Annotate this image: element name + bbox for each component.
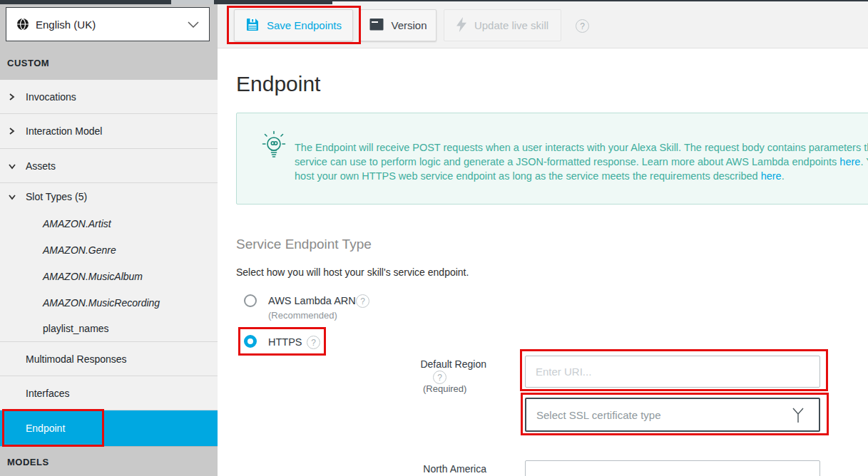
lambda-endpoints-here-link[interactable]: here: [839, 156, 860, 167]
help-icon[interactable]: ?: [576, 19, 589, 33]
lightning-icon: [456, 17, 467, 34]
page-title: Endpoint: [236, 72, 320, 96]
ssl-certificate-select[interactable]: Select SSL certificate type: [525, 398, 820, 432]
aws-lambda-arn-label[interactable]: AWS Lambda ARN: [268, 295, 356, 306]
https-label[interactable]: HTTPS: [268, 336, 302, 348]
sidebar-slot-type-item[interactable]: AMAZON.MusicAlbum: [0, 263, 218, 289]
chevron-down-icon: [9, 193, 16, 200]
version-label: Version: [391, 19, 427, 31]
lightbulb-icon: [261, 130, 287, 166]
sidebar-slot-type-item[interactable]: AMAZON.Genre: [0, 237, 218, 263]
update-live-skill-button[interactable]: Update live skill: [444, 9, 561, 41]
section-description: Select how you will host your skill's se…: [236, 267, 469, 278]
chevron-down-icon: [188, 18, 199, 31]
sidebar-slot-type-item[interactable]: AMAZON.Artist: [0, 210, 218, 237]
alexa-developer-console: English (UK) CUSTOM Invocations Interact…: [0, 0, 868, 476]
save-icon: [245, 17, 260, 33]
sidebar-item-invocations[interactable]: Invocations: [0, 80, 218, 114]
language-selector-value: English (UK): [36, 19, 188, 31]
browser-tab-sliver: [171, 0, 214, 4]
help-icon[interactable]: ?: [356, 294, 369, 308]
default-region-label: Default Region: [385, 358, 486, 370]
chevron-right-icon: [9, 93, 16, 100]
aws-lambda-arn-radio[interactable]: [244, 294, 257, 307]
info-line-2: service can use to perform logic and gen…: [295, 155, 868, 169]
ssl-select-placeholder: Select SSL certificate type: [536, 409, 661, 421]
custom-section-header: CUSTOM: [7, 58, 49, 68]
language-selector[interactable]: English (UK): [6, 7, 210, 41]
chevron-down-icon: [9, 162, 16, 170]
requirements-here-link[interactable]: here: [761, 170, 782, 182]
help-icon[interactable]: ?: [433, 371, 446, 384]
https-radio[interactable]: [244, 335, 257, 348]
save-endpoints-button[interactable]: Save Endpoints: [234, 9, 353, 41]
sidebar-item-assets[interactable]: Assets: [0, 149, 218, 183]
info-box: The Endpoint will receive POST requests …: [236, 113, 868, 205]
save-endpoints-label: Save Endpoints: [267, 19, 342, 31]
select-arrow-icon: [790, 406, 806, 427]
north-america-label: North America: [385, 463, 486, 475]
section-title: Service Endpoint Type: [236, 237, 372, 252]
sidebar-item-interaction-model[interactable]: Interaction Model: [0, 114, 218, 149]
update-live-skill-label: Update live skill: [474, 19, 548, 31]
sidebar-nav: Invocations Interaction Model Assets Slo…: [0, 80, 218, 446]
help-icon[interactable]: ?: [307, 336, 320, 349]
models-section-header: MODELS: [7, 457, 49, 467]
info-line-1: The Endpoint will receive POST requests …: [295, 140, 868, 155]
recommended-label: (Recommended): [268, 310, 337, 321]
sidebar-item-interfaces[interactable]: Interfaces: [0, 376, 218, 410]
toolbar: Save Endpoints Version Update live skill…: [218, 1, 868, 48]
sidebar-slot-type-item[interactable]: AMAZON.MusicRecording: [0, 289, 218, 316]
sidebar-item-slot-types[interactable]: Slot Types (5): [0, 183, 218, 210]
chevron-right-icon: [9, 128, 16, 135]
version-archive-icon: [369, 19, 384, 33]
uri-input[interactable]: [525, 356, 820, 388]
north-america-uri-input[interactable]: [525, 460, 820, 476]
browser-top-strip-left: [0, 0, 332, 4]
sidebar-slot-type-item[interactable]: playlist_names: [0, 316, 218, 342]
globe-icon: [16, 18, 29, 31]
info-text: The Endpoint will receive POST requests …: [295, 140, 868, 183]
info-line-3: host your own HTTPS web service endpoint…: [295, 169, 868, 183]
required-label: (Required): [423, 383, 466, 394]
sidebar-item-endpoint[interactable]: Endpoint: [0, 410, 218, 446]
version-button[interactable]: Version: [360, 9, 436, 41]
sidebar-item-multimodal-responses[interactable]: Multimodal Responses: [0, 342, 218, 376]
sidebar: English (UK) CUSTOM Invocations Interact…: [0, 0, 218, 476]
